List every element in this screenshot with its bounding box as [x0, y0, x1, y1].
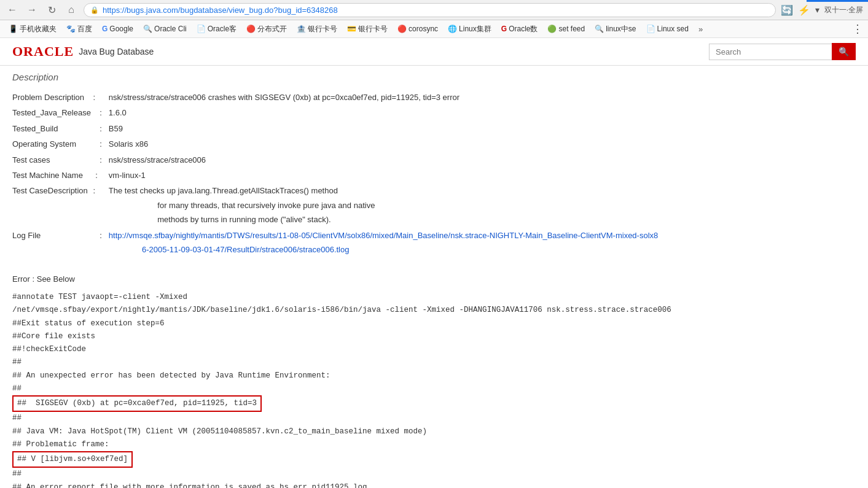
bookmarks-more-button[interactable]: »: [695, 23, 706, 35]
field-problem-description: Problem Description : nsk/stress/strace/…: [12, 90, 658, 105]
sigsegv-highlight-box: ## SIGSEGV (0xb) at pc=0xca0ef7ed, pid=1…: [12, 395, 262, 412]
bookmark-bank-card1[interactable]: 🏦 银行卡号: [293, 23, 341, 36]
problematic-frame-highlight-box: ## V [libjvm.so+0xef7ed]: [12, 451, 133, 468]
page-header: ORACLE Java Bug Database 🔍: [0, 38, 868, 66]
code-line: ##!checkExitCode: [12, 343, 835, 356]
bug-fields-table: Problem Description : nsk/stress/strace/…: [12, 90, 658, 257]
bookmark-bank-card1-icon: 🏦: [297, 25, 306, 33]
code-line: ##Exit status of execution step=6: [12, 317, 835, 330]
field-label: Test CaseDescription: [12, 183, 91, 227]
field-test-case-description: Test CaseDescription : The test checks u…: [12, 183, 658, 227]
bookmark-corosync-icon: 🔴: [397, 25, 407, 33]
code-line: ##: [12, 412, 835, 425]
field-separator: :: [91, 121, 109, 136]
code-block: #annotate TEST javaopt=-client -Xmixed /…: [12, 291, 835, 488]
field-label: Problem Description: [12, 90, 91, 105]
reload-button[interactable]: ↻: [44, 2, 59, 17]
field-value: The test checks up java.lang.Thread.getA…: [109, 183, 658, 227]
code-line: ## Java VM: Java HotSpot(TM) Client VM (…: [12, 425, 835, 438]
bookmark-linux-cluster-icon: 🌐: [448, 25, 457, 33]
code-line: ##Core file exists: [12, 330, 835, 343]
bookmark-oracle-guest[interactable]: 📄 Oracle客: [193, 23, 240, 36]
search-form: 🔍: [709, 43, 856, 60]
log-file-link[interactable]: http://vmsqe.sfbay/nightly/mantis/DTWS/r…: [109, 231, 658, 254]
code-line: ## Problematic frame:: [12, 438, 835, 451]
code-line-highlighted-frame: ## V [libjvm.so+0xef7ed]: [12, 451, 835, 468]
field-machine-name: Test Machine Name : vm-linux-1: [12, 168, 658, 183]
field-os: Operating System : Solaris x86: [12, 136, 658, 152]
field-value: nsk/stress/strace/strace006: [109, 152, 658, 168]
field-separator: :: [91, 152, 109, 168]
oracle-logo-subtitle: Java Bug Database: [79, 47, 154, 56]
code-line: ##: [12, 382, 835, 395]
bookmark-distributed-icon: 🔴: [246, 25, 256, 33]
error-line: Error : See Below: [12, 272, 835, 286]
field-build: Tested_Build : B59: [12, 121, 658, 136]
code-line: #annotate TEST javaopt=-client -Xmixed: [12, 291, 835, 304]
field-value: B59: [109, 121, 658, 136]
field-value: nsk/stress/strace/strace006 crashes with…: [109, 90, 658, 105]
bookmark-oracle-db[interactable]: G Oracle数: [498, 23, 542, 36]
bookmark-oracle-cli-icon: 🔍: [143, 25, 152, 33]
section-title: Description: [12, 72, 835, 82]
bug-description-table: Problem Description : nsk/stress/strace/…: [12, 90, 835, 488]
field-label: Log File: [12, 228, 91, 258]
field-label: Tested_Build: [12, 121, 91, 136]
bookmark-bank-card2[interactable]: 💳 银行卡号: [343, 23, 391, 36]
bookmark-baidu[interactable]: 🐾 百度: [63, 23, 96, 36]
field-value: vm-linux-1: [109, 168, 658, 183]
bookmark-linux-cluster[interactable]: 🌐 Linux集群: [444, 23, 495, 36]
bookmark-mobile-icon: 📱: [9, 25, 18, 33]
bookmark-corosync[interactable]: 🔴 corosync: [394, 23, 442, 34]
ssl-lock-icon: 🔒: [90, 6, 99, 14]
bookmark-bank-card2-icon: 💳: [347, 25, 356, 33]
bookmark-oracle-db-icon: G: [501, 25, 507, 33]
field-value: http://vmsqe.sfbay/nightly/mantis/DTWS/r…: [109, 228, 658, 258]
forward-button[interactable]: →: [25, 2, 39, 17]
bookmark-oracle-cli[interactable]: 🔍 Oracle Cli: [139, 23, 190, 34]
oracle-logo-text: ORACLE: [12, 44, 74, 60]
oracle-logo: ORACLE Java Bug Database: [12, 44, 154, 60]
field-separator: :: [91, 90, 109, 105]
browser-menu-chevron: ▾: [815, 5, 819, 15]
field-label: Operating System: [12, 136, 91, 152]
browser-toolbar: ← → ↻ ⌂ 🔒 https://bugs.java.com/bugdatab…: [0, 0, 868, 20]
code-line: /net/vmsqe.sfbay/export/nightly/mantis/J…: [12, 304, 835, 317]
field-value: Solaris x86: [109, 136, 658, 152]
loading-progress: [807, 0, 868, 2]
bookmark-mobile[interactable]: 📱 手机收藏夹: [5, 23, 60, 36]
field-log-file: Log File : http://vmsqe.sfbay/nightly/ma…: [12, 228, 658, 258]
browser-label: 双十一·全屏: [824, 5, 863, 15]
code-line: ##: [12, 356, 835, 369]
field-separator: :: [91, 136, 109, 152]
extension-bolt-icon: ⚡: [798, 4, 810, 16]
home-button[interactable]: ⌂: [64, 2, 79, 17]
field-test-cases: Test cases : nsk/stress/strace/strace006: [12, 152, 658, 168]
bookmark-baidu-icon: 🐾: [66, 25, 76, 33]
code-line-highlighted-sigsegv: ## SIGSEGV (0xb) at pc=0xca0ef7ed, pid=1…: [12, 395, 835, 412]
bookmark-setfeed-icon: 🟢: [547, 25, 557, 33]
bookmark-distributed[interactable]: 🔴 分布式开: [243, 23, 291, 36]
bookmark-setfeed[interactable]: 🟢 set feed: [544, 23, 588, 34]
code-line: ##: [12, 468, 835, 481]
bookmark-linux-selinux[interactable]: 🔍 linux中se: [591, 23, 639, 36]
bookmark-oracle-guest-icon: 📄: [197, 25, 206, 33]
field-separator: :: [91, 168, 109, 183]
bookmark-google-icon: G: [102, 25, 108, 33]
address-bar[interactable]: 🔒 https://bugs.java.com/bugdatabase/view…: [84, 3, 776, 17]
bookmark-linux-sed[interactable]: 📄 Linux sed: [643, 23, 692, 34]
field-java-release: Tested_Java_Release : 1.6.0: [12, 105, 658, 120]
field-separator: :: [91, 228, 109, 258]
code-line: ## An error report file with more inform…: [12, 481, 835, 488]
bookmark-google[interactable]: G Google: [98, 23, 137, 34]
url-text: https://bugs.java.com/bugdatabase/view_b…: [103, 6, 338, 15]
field-separator: :: [91, 183, 109, 227]
field-label: Test cases: [12, 152, 91, 168]
bookmarks-bar: 📱 手机收藏夹 🐾 百度 G Google 🔍 Oracle Cli 📄 Ora…: [0, 20, 868, 38]
back-button[interactable]: ←: [5, 2, 20, 17]
main-content: Description Problem Description : nsk/st…: [0, 66, 848, 488]
bookmarks-settings-icon[interactable]: ⋮: [852, 22, 863, 36]
search-input[interactable]: [709, 44, 832, 60]
bookmark-linux-selinux-icon: 🔍: [595, 25, 604, 33]
search-button[interactable]: 🔍: [832, 43, 856, 60]
